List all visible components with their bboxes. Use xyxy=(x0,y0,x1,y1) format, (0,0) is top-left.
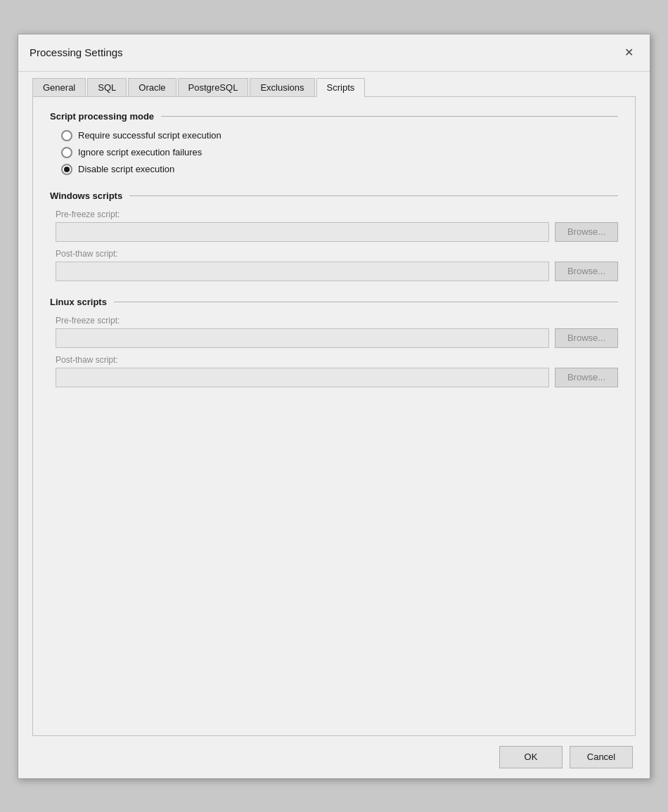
tab-exclusions[interactable]: Exclusions xyxy=(250,78,314,97)
tab-general[interactable]: General xyxy=(32,78,86,97)
windows-scripts-title: Windows scripts xyxy=(50,191,122,201)
linux-pre-freeze-label: Pre-freeze script: xyxy=(56,316,618,326)
windows-script-group: Pre-freeze script: Browse... Post-thaw s… xyxy=(50,210,618,281)
linux-pre-freeze-input[interactable] xyxy=(56,328,549,348)
dialog-title: Processing Settings xyxy=(30,46,123,58)
radio-label-ignore: Ignore script execution failures xyxy=(78,147,202,157)
tab-postgresql[interactable]: PostgreSQL xyxy=(178,78,249,97)
title-bar: Processing Settings ✕ xyxy=(18,34,650,72)
linux-pre-freeze-row: Browse... xyxy=(56,328,618,348)
close-button[interactable]: ✕ xyxy=(619,43,638,63)
radio-label-disable: Disable script execution xyxy=(78,164,174,174)
tab-sql[interactable]: SQL xyxy=(87,78,127,97)
dialog-footer: OK Cancel xyxy=(18,736,650,778)
windows-post-thaw-row: Browse... xyxy=(56,262,618,281)
linux-post-thaw-label: Post-thaw script: xyxy=(56,355,618,365)
windows-pre-freeze-row: Browse... xyxy=(56,222,618,242)
processing-settings-dialog: Processing Settings ✕ General SQL Oracle… xyxy=(18,34,650,779)
radio-group-script-mode: Require successful script execution Igno… xyxy=(50,130,618,175)
linux-scripts-line xyxy=(114,302,618,302)
radio-disable-execution[interactable]: Disable script execution xyxy=(61,164,618,175)
windows-scripts-line xyxy=(129,195,618,196)
tab-scripts[interactable]: Scripts xyxy=(316,78,366,97)
windows-post-thaw-label: Post-thaw script: xyxy=(56,249,618,259)
linux-scripts-header: Linux scripts xyxy=(50,297,618,307)
windows-pre-freeze-browse-button[interactable]: Browse... xyxy=(555,222,618,242)
script-mode-title: Script processing mode xyxy=(50,111,154,122)
cancel-button[interactable]: Cancel xyxy=(570,746,633,768)
linux-pre-freeze-browse-button[interactable]: Browse... xyxy=(555,328,618,348)
linux-scripts-title: Linux scripts xyxy=(50,297,107,307)
windows-pre-freeze-input[interactable] xyxy=(56,222,549,242)
radio-circle-require xyxy=(61,130,72,141)
radio-require-execution[interactable]: Require successful script execution xyxy=(61,130,618,141)
ok-button[interactable]: OK xyxy=(499,746,563,768)
linux-script-group: Pre-freeze script: Browse... Post-thaw s… xyxy=(50,316,618,387)
windows-post-thaw-input[interactable] xyxy=(56,262,549,281)
tab-oracle[interactable]: Oracle xyxy=(128,78,176,97)
linux-scripts-section: Linux scripts Pre-freeze script: Browse.… xyxy=(50,297,618,387)
radio-label-require: Require successful script execution xyxy=(78,130,221,141)
linux-post-thaw-browse-button[interactable]: Browse... xyxy=(555,368,618,387)
tab-content-scripts: Script processing mode Require successfu… xyxy=(32,96,636,736)
script-mode-section: Script processing mode Require successfu… xyxy=(50,111,618,175)
script-mode-header: Script processing mode xyxy=(50,111,618,122)
windows-pre-freeze-label: Pre-freeze script: xyxy=(56,210,618,219)
windows-scripts-section: Windows scripts Pre-freeze script: Brows… xyxy=(50,191,618,281)
radio-circle-disable xyxy=(61,164,72,175)
tabs-bar: General SQL Oracle PostgreSQL Exclusions… xyxy=(18,72,650,96)
script-mode-line xyxy=(161,116,618,117)
linux-post-thaw-input[interactable] xyxy=(56,368,549,387)
windows-scripts-header: Windows scripts xyxy=(50,191,618,201)
windows-post-thaw-browse-button[interactable]: Browse... xyxy=(555,262,618,281)
radio-circle-ignore xyxy=(61,147,72,158)
linux-post-thaw-row: Browse... xyxy=(56,368,618,387)
radio-ignore-failures[interactable]: Ignore script execution failures xyxy=(61,147,618,158)
